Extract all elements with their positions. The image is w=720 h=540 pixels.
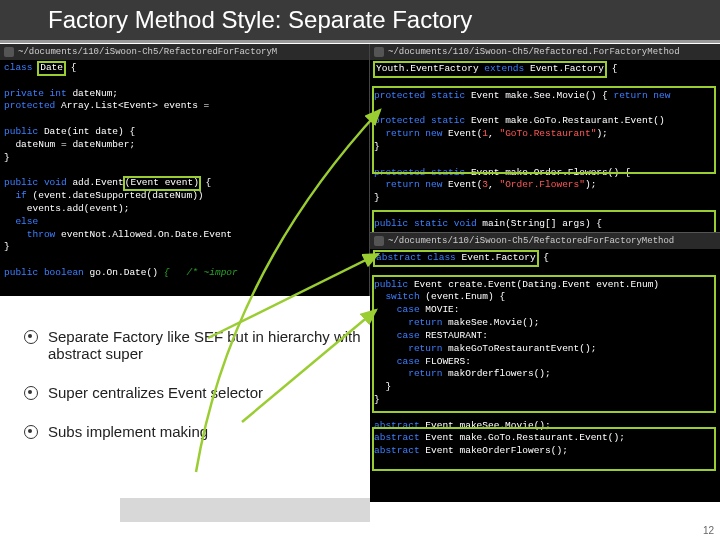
bullet-icon — [24, 386, 38, 400]
tab-path-lower: ~/documents/110/iSwoon-Ch5/RefactoredFor… — [388, 235, 674, 247]
highlight-class-decl: Youth.EventFactory extends Event.Factory — [374, 62, 606, 77]
code-pane-lower: ~/documents/110/iSwoon-Ch5/RefactoredFor… — [370, 232, 720, 502]
highlight-event-param: (Event event) — [124, 177, 200, 190]
highlight-date: Date — [38, 62, 65, 75]
bullet-icon — [24, 425, 38, 439]
bullet-list: Separate Factory like SEF but in hierarc… — [24, 328, 364, 462]
code-body-left: class Date { private int dateNum; protec… — [0, 60, 369, 282]
page-number: 12 — [703, 525, 714, 536]
tab-strip-left: ~/documents/110/iSwoon-Ch5/RefactoredFor… — [0, 44, 369, 60]
code-body-lower: abstract class Event.Factory { public Ev… — [370, 249, 720, 460]
bullet-icon — [24, 330, 38, 344]
tab-close-icon — [4, 47, 14, 57]
bullet-text-1: Separate Factory like SEF but in hierarc… — [48, 328, 364, 362]
bullet-text-3: Subs implement making — [48, 423, 208, 440]
tab-strip-right: ~/documents/110/iSwoon-Ch5/Refactored.Fo… — [370, 44, 720, 60]
tab-close-icon — [374, 236, 384, 246]
tab-path-left: ~/documents/110/iSwoon-Ch5/RefactoredFor… — [18, 46, 277, 58]
tab-strip-lower: ~/documents/110/iSwoon-Ch5/RefactoredFor… — [370, 233, 720, 249]
code-pane-left: ~/documents/110/iSwoon-Ch5/RefactoredFor… — [0, 44, 370, 296]
shadow-decoration — [120, 498, 370, 522]
tab-path-right: ~/documents/110/iSwoon-Ch5/Refactored.Fo… — [388, 46, 680, 58]
bullet-text-2: Super centralizes Event selector — [48, 384, 263, 401]
tab-close-icon — [374, 47, 384, 57]
bullet-item-3: Subs implement making — [24, 423, 364, 440]
slide-title: Factory Method Style: Separate Factory — [0, 0, 720, 43]
title-text: Factory Method Style: Separate Factory — [48, 6, 472, 33]
code-area: ~/documents/110/iSwoon-Ch5/RefactoredFor… — [0, 44, 720, 294]
bullet-item-1: Separate Factory like SEF but in hierarc… — [24, 328, 364, 362]
bullet-item-2: Super centralizes Event selector — [24, 384, 364, 401]
highlight-abstract-class: abstract class Event.Factory — [374, 251, 538, 266]
